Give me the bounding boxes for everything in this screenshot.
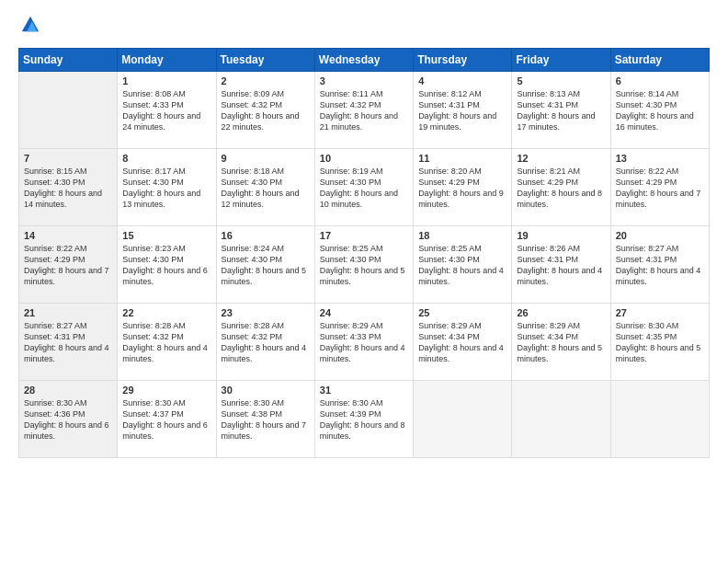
calendar-cell-3-7: 20Sunrise: 8:27 AM Sunset: 4:31 PM Dayli…	[610, 226, 709, 304]
cell-details: Sunrise: 8:25 AM Sunset: 4:30 PM Dayligh…	[320, 243, 408, 288]
calendar-cell-2-3: 9Sunrise: 8:18 AM Sunset: 4:30 PM Daylig…	[216, 149, 314, 226]
calendar-cell-3-4: 17Sunrise: 8:25 AM Sunset: 4:30 PM Dayli…	[314, 226, 413, 304]
cell-details: Sunrise: 8:14 AM Sunset: 4:30 PM Dayligh…	[616, 88, 704, 133]
cell-details: Sunrise: 8:15 AM Sunset: 4:30 PM Dayligh…	[24, 166, 112, 211]
day-number: 7	[24, 153, 112, 164]
day-number: 9	[222, 153, 310, 164]
cell-details: Sunrise: 8:13 AM Sunset: 4:31 PM Dayligh…	[517, 88, 605, 133]
weekday-header-wednesday: Wednesday	[314, 49, 413, 72]
day-number: 22	[122, 307, 210, 318]
cell-details: Sunrise: 8:17 AM Sunset: 4:30 PM Dayligh…	[122, 166, 210, 211]
calendar-cell-3-1: 14Sunrise: 8:22 AM Sunset: 4:29 PM Dayli…	[19, 226, 118, 304]
cell-details: Sunrise: 8:11 AM Sunset: 4:32 PM Dayligh…	[320, 88, 408, 133]
day-number: 21	[24, 307, 112, 318]
calendar-cell-4-1: 21Sunrise: 8:27 AM Sunset: 4:31 PM Dayli…	[19, 304, 118, 381]
cell-details: Sunrise: 8:30 AM Sunset: 4:36 PM Dayligh…	[24, 397, 112, 442]
cell-details: Sunrise: 8:28 AM Sunset: 4:32 PM Dayligh…	[222, 320, 310, 365]
calendar-cell-3-2: 15Sunrise: 8:23 AM Sunset: 4:30 PM Dayli…	[118, 226, 216, 304]
calendar-cell-3-6: 19Sunrise: 8:26 AM Sunset: 4:31 PM Dayli…	[512, 226, 610, 304]
day-number: 20	[616, 230, 704, 241]
calendar-cell-3-5: 18Sunrise: 8:25 AM Sunset: 4:30 PM Dayli…	[414, 226, 512, 304]
weekday-header-friday: Friday	[512, 49, 610, 72]
day-number: 18	[418, 230, 506, 241]
day-number: 19	[517, 230, 605, 241]
weekday-header-saturday: Saturday	[610, 49, 709, 72]
cell-details: Sunrise: 8:29 AM Sunset: 4:34 PM Dayligh…	[418, 320, 506, 365]
cell-details: Sunrise: 8:26 AM Sunset: 4:31 PM Dayligh…	[517, 243, 605, 288]
calendar-cell-2-2: 8Sunrise: 8:17 AM Sunset: 4:30 PM Daylig…	[118, 149, 216, 226]
cell-details: Sunrise: 8:29 AM Sunset: 4:34 PM Dayligh…	[517, 320, 605, 365]
cell-details: Sunrise: 8:22 AM Sunset: 4:29 PM Dayligh…	[24, 243, 112, 288]
calendar-cell-5-3: 30Sunrise: 8:30 AM Sunset: 4:38 PM Dayli…	[216, 381, 314, 458]
calendar-cell-1-7: 6Sunrise: 8:14 AM Sunset: 4:30 PM Daylig…	[610, 72, 709, 149]
logo-icon	[20, 15, 40, 35]
day-number: 24	[320, 307, 408, 318]
weekday-header-tuesday: Tuesday	[216, 49, 314, 72]
calendar: SundayMondayTuesdayWednesdayThursdayFrid…	[18, 48, 710, 458]
day-number: 25	[418, 307, 506, 318]
day-number: 13	[616, 153, 704, 164]
cell-details: Sunrise: 8:24 AM Sunset: 4:30 PM Dayligh…	[222, 243, 310, 288]
day-number: 14	[24, 230, 112, 241]
calendar-cell-1-6: 5Sunrise: 8:13 AM Sunset: 4:31 PM Daylig…	[512, 72, 610, 149]
week-row-5: 28Sunrise: 8:30 AM Sunset: 4:36 PM Dayli…	[19, 381, 710, 458]
calendar-cell-1-5: 4Sunrise: 8:12 AM Sunset: 4:31 PM Daylig…	[414, 72, 512, 149]
cell-details: Sunrise: 8:20 AM Sunset: 4:29 PM Dayligh…	[418, 166, 506, 211]
calendar-cell-1-2: 1Sunrise: 8:08 AM Sunset: 4:33 PM Daylig…	[118, 72, 216, 149]
day-number: 27	[616, 307, 704, 318]
calendar-cell-5-7	[610, 381, 709, 458]
cell-details: Sunrise: 8:12 AM Sunset: 4:31 PM Dayligh…	[418, 88, 506, 133]
day-number: 10	[320, 153, 408, 164]
calendar-cell-1-1	[19, 72, 118, 149]
header	[18, 15, 710, 39]
cell-details: Sunrise: 8:30 AM Sunset: 4:39 PM Dayligh…	[320, 397, 408, 442]
cell-details: Sunrise: 8:18 AM Sunset: 4:30 PM Dayligh…	[222, 166, 310, 211]
calendar-cell-4-7: 27Sunrise: 8:30 AM Sunset: 4:35 PM Dayli…	[610, 304, 709, 381]
day-number: 23	[222, 307, 310, 318]
calendar-cell-5-1: 28Sunrise: 8:30 AM Sunset: 4:36 PM Dayli…	[19, 381, 118, 458]
calendar-cell-4-4: 24Sunrise: 8:29 AM Sunset: 4:33 PM Dayli…	[314, 304, 413, 381]
day-number: 2	[222, 75, 310, 86]
day-number: 29	[122, 385, 210, 396]
calendar-cell-1-3: 2Sunrise: 8:09 AM Sunset: 4:32 PM Daylig…	[216, 72, 314, 149]
calendar-cell-4-6: 26Sunrise: 8:29 AM Sunset: 4:34 PM Dayli…	[512, 304, 610, 381]
logo	[18, 15, 42, 39]
calendar-cell-3-3: 16Sunrise: 8:24 AM Sunset: 4:30 PM Dayli…	[216, 226, 314, 304]
day-number: 3	[320, 75, 408, 86]
calendar-cell-5-5	[414, 381, 512, 458]
day-number: 6	[616, 75, 704, 86]
cell-details: Sunrise: 8:08 AM Sunset: 4:33 PM Dayligh…	[122, 88, 210, 133]
day-number: 17	[320, 230, 408, 241]
cell-details: Sunrise: 8:29 AM Sunset: 4:33 PM Dayligh…	[320, 320, 408, 365]
day-number: 4	[418, 75, 506, 86]
cell-details: Sunrise: 8:30 AM Sunset: 4:35 PM Dayligh…	[616, 320, 704, 365]
calendar-cell-4-5: 25Sunrise: 8:29 AM Sunset: 4:34 PM Dayli…	[414, 304, 512, 381]
calendar-cell-2-7: 13Sunrise: 8:22 AM Sunset: 4:29 PM Dayli…	[610, 149, 709, 226]
calendar-cell-5-2: 29Sunrise: 8:30 AM Sunset: 4:37 PM Dayli…	[118, 381, 216, 458]
cell-details: Sunrise: 8:09 AM Sunset: 4:32 PM Dayligh…	[222, 88, 310, 133]
weekday-header-monday: Monday	[118, 49, 216, 72]
cell-details: Sunrise: 8:22 AM Sunset: 4:29 PM Dayligh…	[616, 166, 704, 211]
weekday-header-thursday: Thursday	[414, 49, 512, 72]
day-number: 15	[122, 230, 210, 241]
calendar-cell-4-2: 22Sunrise: 8:28 AM Sunset: 4:32 PM Dayli…	[118, 304, 216, 381]
page: SundayMondayTuesdayWednesdayThursdayFrid…	[0, 0, 728, 563]
week-row-3: 14Sunrise: 8:22 AM Sunset: 4:29 PM Dayli…	[19, 226, 710, 304]
day-number: 11	[418, 153, 506, 164]
day-number: 1	[122, 75, 210, 86]
weekday-header-row: SundayMondayTuesdayWednesdayThursdayFrid…	[19, 49, 710, 72]
week-row-2: 7Sunrise: 8:15 AM Sunset: 4:30 PM Daylig…	[19, 149, 710, 226]
calendar-cell-2-4: 10Sunrise: 8:19 AM Sunset: 4:30 PM Dayli…	[314, 149, 413, 226]
calendar-cell-1-4: 3Sunrise: 8:11 AM Sunset: 4:32 PM Daylig…	[314, 72, 413, 149]
week-row-1: 1Sunrise: 8:08 AM Sunset: 4:33 PM Daylig…	[19, 72, 710, 149]
day-number: 16	[222, 230, 310, 241]
cell-details: Sunrise: 8:30 AM Sunset: 4:37 PM Dayligh…	[122, 397, 210, 442]
cell-details: Sunrise: 8:27 AM Sunset: 4:31 PM Dayligh…	[24, 320, 112, 365]
day-number: 30	[222, 385, 310, 396]
calendar-cell-2-6: 12Sunrise: 8:21 AM Sunset: 4:29 PM Dayli…	[512, 149, 610, 226]
day-number: 12	[517, 153, 605, 164]
day-number: 28	[24, 385, 112, 396]
calendar-cell-2-1: 7Sunrise: 8:15 AM Sunset: 4:30 PM Daylig…	[19, 149, 118, 226]
calendar-cell-2-5: 11Sunrise: 8:20 AM Sunset: 4:29 PM Dayli…	[414, 149, 512, 226]
calendar-cell-5-6	[512, 381, 610, 458]
